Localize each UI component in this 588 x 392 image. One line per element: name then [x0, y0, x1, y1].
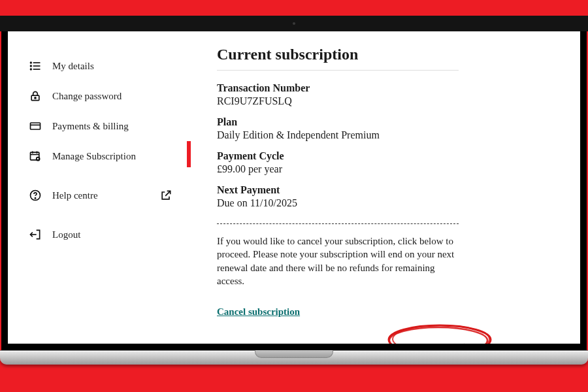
sidebar-item-help-centre[interactable]: Help centre — [29, 180, 184, 210]
browser-dark-bar — [0, 16, 588, 31]
screen: My details Change password Payments & bi… — [8, 31, 580, 344]
field-transaction: Transaction Number RCI9U7ZFUSLQ — [217, 82, 459, 107]
field-value: £99.00 per year — [217, 163, 459, 175]
sidebar-item-logout[interactable]: Logout — [29, 220, 184, 250]
field-label: Payment Cycle — [217, 150, 459, 162]
logout-icon — [29, 228, 42, 241]
sidebar-item-label: Manage Subscription — [52, 151, 136, 162]
sidebar-item-label: Payments & billing — [52, 121, 129, 132]
frame-bottom-red — [0, 372, 588, 392]
field-plan: Plan Daily Edition & Independent Premium — [217, 116, 459, 141]
field-value: Daily Edition & Independent Premium — [217, 129, 459, 141]
svg-point-19 — [393, 325, 489, 344]
svg-point-3 — [31, 62, 32, 63]
field-value: RCI9U7ZFUSLQ — [217, 95, 459, 107]
field-value: Due on 11/10/2025 — [217, 197, 459, 209]
svg-point-4 — [31, 65, 32, 67]
svg-point-7 — [35, 97, 36, 99]
lock-icon — [29, 90, 42, 103]
card-icon — [29, 120, 42, 133]
cancel-subscription-link[interactable]: Cancel subscription — [217, 306, 300, 317]
page-title: Current subscription — [217, 46, 459, 71]
svg-point-17 — [389, 325, 491, 344]
sidebar-item-label: Logout — [52, 229, 80, 240]
field-label: Next Payment — [217, 184, 459, 196]
calendar-gear-icon — [29, 150, 42, 163]
annotation-circle — [385, 321, 495, 344]
sidebar-item-label: Help centre — [52, 190, 98, 201]
laptop-lip — [0, 350, 588, 372]
field-label: Plan — [217, 116, 459, 128]
sidebar-item-change-password[interactable]: Change password — [29, 81, 184, 111]
frame-top-red — [0, 0, 588, 16]
list-icon — [29, 59, 42, 73]
help-icon — [29, 189, 42, 202]
field-next-payment: Next Payment Due on 11/10/2025 — [217, 184, 459, 209]
main-panel: Current subscription Transaction Number … — [191, 31, 580, 344]
sidebar-item-my-details[interactable]: My details — [29, 51, 184, 81]
field-cycle: Payment Cycle £99.00 per year — [217, 150, 459, 175]
svg-rect-8 — [31, 123, 41, 129]
laptop-body: My details Change password Payments & bi… — [1, 31, 587, 351]
external-link-icon — [159, 189, 172, 202]
sidebar-item-label: My details — [52, 61, 94, 72]
svg-point-5 — [31, 69, 32, 70]
sidebar-item-manage-subscription[interactable]: Manage Subscription — [29, 141, 184, 171]
sidebar: My details Change password Payments & bi… — [8, 31, 191, 344]
dashed-separator — [217, 223, 459, 224]
cursor-pointer-icon — [463, 342, 485, 344]
sidebar-item-payments[interactable]: Payments & billing — [29, 111, 184, 141]
field-label: Transaction Number — [217, 82, 459, 94]
svg-point-16 — [35, 198, 35, 199]
svg-rect-10 — [31, 152, 39, 160]
sidebar-item-label: Change password — [52, 91, 122, 102]
cancel-description: If you would like to cancel your subscri… — [217, 235, 459, 287]
svg-point-18 — [389, 327, 487, 344]
